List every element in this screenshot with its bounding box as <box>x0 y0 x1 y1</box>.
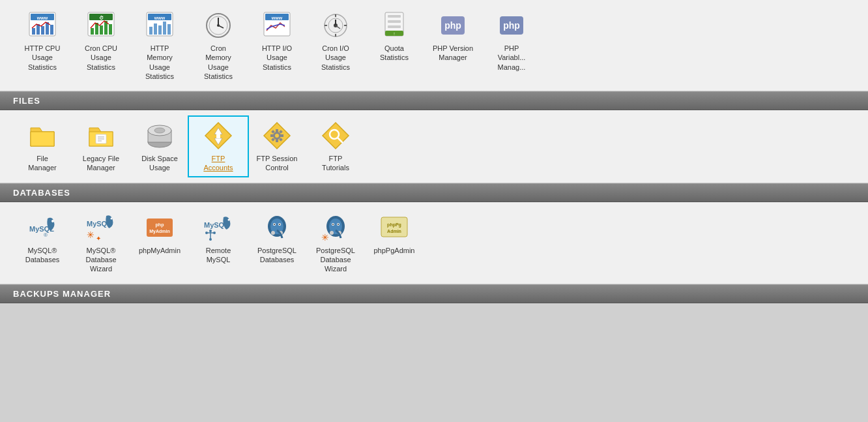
mysql-wizard-icon: MySQL ✳ ✦ <box>85 212 117 243</box>
svg-point-104 <box>274 224 275 225</box>
php-version-label: PHP VersionManager <box>433 44 473 63</box>
databases-section-header: DATABASES <box>0 183 868 202</box>
icon-quota[interactable]: ↑ QuotaStatistics <box>365 7 424 66</box>
phppgadmin-icon: phpPg Admin <box>379 212 410 243</box>
svg-point-100 <box>271 231 275 235</box>
svg-rect-51 <box>31 132 54 146</box>
svg-text:phpPg: phpPg <box>387 222 401 228</box>
http-cpu-icon: www <box>27 10 58 41</box>
icon-http-memory[interactable]: www HTTPMemoryUsageStatistics <box>130 7 189 84</box>
file-manager-label: FileManager <box>28 154 56 173</box>
remote-mysql-label: RemoteMySQL <box>206 246 231 265</box>
ftp-accounts-icon <box>203 120 234 151</box>
svg-text:✦: ✦ <box>96 235 101 242</box>
http-memory-label: HTTPMemoryUsageStatistics <box>145 44 174 81</box>
phpmyadmin-icon: php MyAdmin <box>144 212 175 243</box>
svg-rect-22 <box>163 22 166 35</box>
svg-rect-20 <box>154 23 157 35</box>
svg-text:php: php <box>503 20 520 31</box>
svg-point-105 <box>279 224 280 225</box>
php-version-icon: php <box>437 10 469 41</box>
svg-rect-71 <box>270 134 274 137</box>
svg-rect-115 <box>381 217 407 237</box>
databases-section: DATABASES MySQL ® MySQL®Databases MySQL <box>0 183 868 284</box>
files-section: FILES FileManager <box>0 91 868 183</box>
icon-file-manager[interactable]: FileManager <box>13 117 72 176</box>
icon-cron-cpu[interactable]: ⏱ Cron CPUUsageStatistics <box>72 7 130 75</box>
files-section-body: FileManager Legacy FileManager <box>0 110 868 183</box>
http-io-icon: www <box>261 10 293 41</box>
icon-phppgadmin[interactable]: phpPg Admin phpPgAdmin <box>365 209 424 258</box>
svg-text:⏱: ⏱ <box>99 15 104 20</box>
svg-text:MyAdmin: MyAdmin <box>149 229 170 234</box>
php-var-icon: php <box>496 10 527 41</box>
postgresql-icon <box>261 212 293 243</box>
icon-mysql-wizard[interactable]: MySQL ✳ ✦ MySQL®DatabaseWizard <box>72 209 130 277</box>
svg-rect-21 <box>158 25 162 35</box>
ftp-session-icon <box>261 120 293 151</box>
svg-marker-77 <box>323 123 349 149</box>
svg-rect-70 <box>276 139 278 142</box>
svg-point-68 <box>275 134 279 138</box>
icon-mysql-db[interactable]: MySQL ® MySQL®Databases <box>13 209 72 268</box>
svg-point-96 <box>209 230 212 232</box>
icon-ftp-session[interactable]: FTP SessionControl <box>248 117 306 176</box>
svg-rect-44 <box>388 25 401 28</box>
phpmyadmin-label: phpMyAdmin <box>139 246 181 255</box>
svg-point-112 <box>332 224 334 225</box>
svg-point-108 <box>330 231 334 235</box>
cron-io-icon <box>320 10 351 41</box>
icon-php-var[interactable]: php PHPVariabl...Manag... <box>482 7 541 75</box>
svg-text:www: www <box>271 16 283 20</box>
backups-section: BACKUPS MANAGER <box>0 284 868 303</box>
icon-ftp-accounts[interactable]: FTPAccounts <box>189 117 248 176</box>
top-stats-section: www HTTP CPUUsageStatistics ⏱ <box>0 0 868 91</box>
ftp-tutorials-icon <box>320 120 351 151</box>
svg-point-95 <box>213 232 216 234</box>
svg-rect-19 <box>149 27 152 35</box>
backups-section-header: BACKUPS MANAGER <box>0 284 868 303</box>
quota-icon: ↑ <box>379 10 410 41</box>
icon-cron-memory[interactable]: CronMemoryUsageStatistics <box>189 7 248 84</box>
postgresql-label: PostgreSQLDatabases <box>257 246 297 265</box>
icon-http-io[interactable]: www HTTP I/OUsageStatistics <box>248 7 306 75</box>
svg-text:php: php <box>444 20 461 31</box>
svg-point-81 <box>51 220 54 222</box>
svg-rect-42 <box>388 15 401 18</box>
svg-point-97 <box>209 238 212 241</box>
disk-space-label: Disk SpaceUsage <box>141 154 178 173</box>
svg-text:®: ® <box>44 232 48 238</box>
files-header-text: FILES <box>13 96 40 106</box>
icon-postgresql-wizard[interactable]: ✳ PostgreSQLDatabaseWizard <box>306 209 365 277</box>
icon-remote-mysql[interactable]: MySQL RemoteMySQL <box>189 209 248 268</box>
svg-rect-3 <box>32 28 35 35</box>
svg-text:www: www <box>154 16 166 20</box>
icon-php-version[interactable]: php PHP VersionManager <box>424 7 482 66</box>
backups-header-text: BACKUPS MANAGER <box>13 289 111 299</box>
phppgadmin-label: phpPgAdmin <box>374 246 415 255</box>
icon-http-cpu[interactable]: www HTTP CPUUsageStatistics <box>13 7 72 75</box>
postgresql-wizard-label: PostgreSQLDatabaseWizard <box>316 246 355 274</box>
http-io-label: HTTP I/OUsageStatistics <box>262 44 292 72</box>
svg-rect-7 <box>50 25 53 35</box>
legacy-file-manager-label: Legacy FileManager <box>83 154 119 173</box>
svg-rect-65 <box>216 133 220 138</box>
svg-text:www: www <box>36 16 48 20</box>
icon-legacy-file-manager[interactable]: Legacy FileManager <box>72 117 130 176</box>
svg-rect-11 <box>91 28 94 35</box>
svg-text:✳: ✳ <box>87 230 94 240</box>
svg-rect-13 <box>100 25 103 35</box>
quota-label: QuotaStatistics <box>380 44 409 63</box>
icon-cron-io[interactable]: Cron I/OUsageStatistics <box>306 7 365 75</box>
cron-cpu-icon: ⏱ <box>85 10 117 41</box>
icon-disk-space[interactable]: Disk SpaceUsage <box>130 117 189 176</box>
mysql-db-icon: MySQL ® <box>27 212 58 243</box>
icon-ftp-tutorials[interactable]: FTPTutorials <box>306 117 365 176</box>
svg-rect-69 <box>276 129 278 132</box>
svg-point-94 <box>205 232 208 234</box>
legacy-file-manager-icon <box>85 120 117 151</box>
svg-text:✳: ✳ <box>321 232 329 242</box>
icon-phpmyadmin[interactable]: php MyAdmin phpMyAdmin <box>130 209 189 258</box>
icon-postgresql[interactable]: PostgreSQLDatabases <box>248 209 306 268</box>
ftp-tutorials-label: FTPTutorials <box>322 154 349 173</box>
